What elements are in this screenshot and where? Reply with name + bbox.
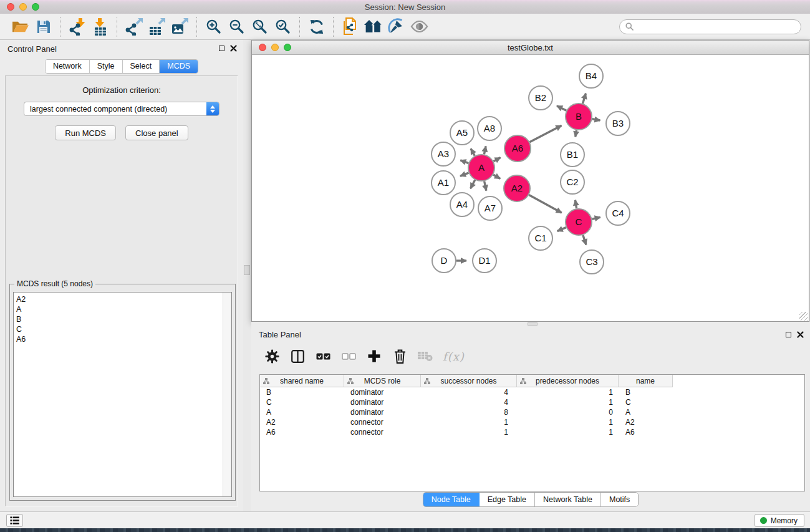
close-window-button[interactable]	[7, 3, 14, 11]
deselect-all-icon[interactable]	[340, 348, 357, 364]
zoom-fit-icon[interactable]	[248, 16, 271, 38]
tab-select[interactable]: Select	[123, 60, 160, 73]
splitter-handle[interactable]	[528, 322, 538, 326]
zoom-out-icon[interactable]	[225, 16, 248, 38]
add-column-icon[interactable]	[366, 348, 382, 364]
graph-edge-C-C2[interactable]	[575, 200, 576, 209]
network-window-title: testGlobe.txt	[508, 43, 553, 52]
task-history-button[interactable]	[6, 514, 23, 527]
select-all-icon[interactable]	[315, 348, 331, 364]
run-mcds-button[interactable]: Run MCDS	[55, 125, 116, 140]
desktop-background	[0, 528, 810, 532]
delete-table-icon[interactable]	[417, 348, 433, 364]
table-row[interactable]: Adominator80A	[260, 407, 804, 417]
graph-edge-B-B1[interactable]	[576, 130, 577, 137]
tab-motifs[interactable]: Motifs	[601, 493, 638, 506]
table-cell: A6	[260, 427, 344, 437]
search-field[interactable]	[619, 19, 801, 34]
tab-mcds[interactable]: MCDS	[160, 60, 198, 73]
network-graph[interactable]: B4B2BB3A8A5A6A3B1AA1C2A2A4A7C4CC1DD1C3	[252, 55, 809, 321]
result-list-item[interactable]: B	[14, 314, 231, 324]
import-table-icon[interactable]	[89, 16, 112, 38]
close-panel-icon[interactable]	[797, 331, 804, 338]
vertical-splitter[interactable]	[243, 40, 251, 511]
close-panel-button[interactable]: Close panel	[125, 125, 188, 140]
export-image-icon[interactable]	[168, 16, 191, 38]
splitter-handle[interactable]	[244, 265, 250, 275]
network-minimize-button[interactable]	[271, 44, 279, 51]
function-builder-icon[interactable]: f(x)	[443, 350, 465, 363]
column-header-successor-nodes[interactable]: successor nodes	[421, 375, 517, 387]
graph-edge-B-B2[interactable]	[557, 106, 566, 110]
graph-edge-B-B4[interactable]	[582, 94, 586, 104]
graph-edge-B-B3[interactable]	[592, 119, 600, 120]
graph-edge-C-C4[interactable]	[592, 217, 600, 219]
zoom-selected-icon[interactable]	[271, 16, 294, 38]
table-cell: 1	[517, 397, 619, 407]
network-canvas[interactable]: B4B2BB3A8A5A6A3B1AA1C2A2A4A7C4CC1DD1C3	[252, 55, 809, 321]
apply-layout-icon[interactable]	[305, 16, 328, 38]
table-row[interactable]: A6connector11A6	[260, 427, 804, 437]
maximize-window-button[interactable]	[32, 3, 39, 11]
graph-edge-A-A3[interactable]	[460, 160, 468, 163]
show-columns-icon[interactable]	[289, 348, 306, 364]
graph-edge-A6-B[interactable]	[530, 125, 562, 142]
search-input[interactable]	[637, 22, 795, 32]
export-table-icon[interactable]	[145, 16, 168, 38]
tab-style[interactable]: Style	[90, 60, 123, 73]
horizontal-splitter[interactable]	[251, 322, 810, 326]
graph-node-label: A6	[512, 143, 523, 153]
tab-network[interactable]: Network	[46, 60, 90, 73]
window-resize-grip[interactable]	[799, 312, 808, 321]
network-window-titlebar[interactable]: testGlobe.txt	[252, 41, 809, 55]
column-header-MCDS-role[interactable]: MCDS role	[344, 375, 421, 387]
result-list-item[interactable]: A6	[14, 334, 231, 344]
table-row[interactable]: Cdominator41C	[260, 397, 804, 407]
table-cell: 4	[421, 397, 517, 407]
clone-network-icon[interactable]	[339, 16, 362, 38]
network-close-button[interactable]	[259, 44, 266, 51]
float-panel-icon[interactable]	[219, 46, 224, 51]
criterion-dropdown[interactable]: largest connected component (directed)	[24, 102, 219, 116]
minimize-window-button[interactable]	[19, 3, 27, 11]
export-network-icon[interactable]	[122, 16, 145, 38]
graph-edge-C-C1[interactable]	[557, 228, 566, 231]
mcds-result-list[interactable]: A2ABCA6	[13, 292, 232, 497]
result-list-item[interactable]: A	[14, 304, 231, 314]
zoom-in-icon[interactable]	[202, 16, 225, 38]
result-list-item[interactable]: C	[14, 324, 231, 334]
graph-edge-A-A4[interactable]	[470, 180, 475, 188]
node-table[interactable]: shared nameMCDS rolesuccessor nodesprede…	[259, 374, 805, 491]
graph-edge-A-A8[interactable]	[484, 146, 486, 154]
column-header-name[interactable]: name	[619, 375, 673, 387]
graph-edge-A-A5[interactable]	[471, 148, 475, 155]
open-cybrowser-icon[interactable]	[362, 16, 385, 38]
close-panel-icon[interactable]	[230, 45, 237, 52]
delete-columns-icon[interactable]	[392, 348, 408, 364]
table-settings-icon[interactable]	[264, 348, 280, 364]
hide-annotations-icon[interactable]	[385, 16, 408, 38]
tab-node-table[interactable]: Node Table	[423, 493, 480, 506]
graph-edge-A-A6[interactable]	[493, 158, 500, 162]
import-network-icon[interactable]	[65, 16, 89, 38]
result-list-scrollbar[interactable]	[223, 293, 231, 496]
table-row[interactable]: Bdominator41B	[260, 387, 804, 397]
network-maximize-button[interactable]	[284, 44, 291, 51]
column-header-predecessor-nodes[interactable]: predecessor nodes	[517, 375, 619, 387]
open-session-icon[interactable]	[9, 16, 32, 38]
show-graphics-details-icon[interactable]	[408, 16, 431, 38]
graph-edge-A-A2[interactable]	[493, 175, 500, 178]
memory-button[interactable]: Memory	[755, 514, 804, 527]
float-panel-icon[interactable]	[786, 332, 791, 337]
tab-edge-table[interactable]: Edge Table	[480, 493, 535, 506]
graph-edge-A-A1[interactable]	[460, 173, 469, 176]
graph-edge-A2-C[interactable]	[529, 195, 561, 213]
table-row[interactable]: A2connector11A2	[260, 417, 804, 427]
save-session-icon[interactable]	[32, 16, 55, 38]
result-list-item[interactable]: A2	[14, 293, 231, 304]
column-header-shared-name[interactable]: shared name	[260, 375, 344, 387]
graph-node-label: A4	[456, 199, 468, 210]
graph-edge-A-A7[interactable]	[485, 181, 486, 191]
tab-network-table[interactable]: Network Table	[535, 493, 601, 506]
graph-edge-C-C3[interactable]	[583, 235, 586, 245]
